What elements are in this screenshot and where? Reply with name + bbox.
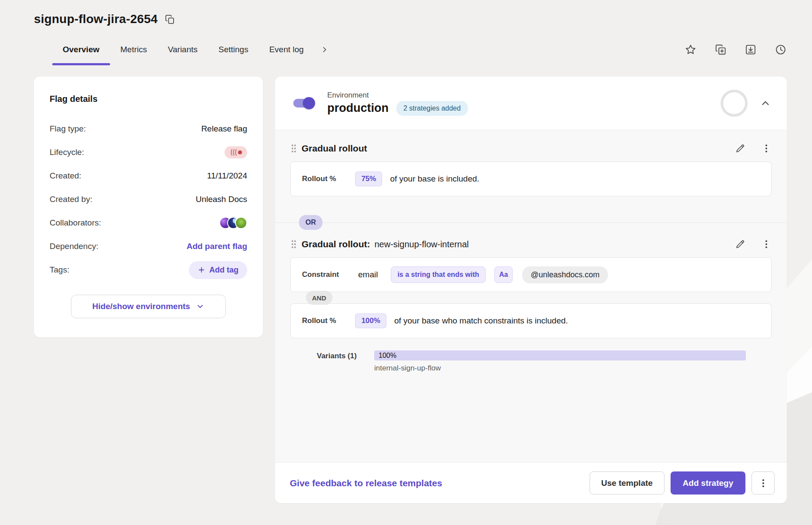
- kebab-icon: [758, 478, 768, 488]
- strategy-gradual-rollout-internal: Gradual rollout: new-signup-flow-interna…: [275, 237, 787, 373]
- lifecycle-completed-badge[interactable]: [225, 146, 247, 158]
- toggle-knob: [303, 97, 315, 109]
- created-by-label: Created by:: [50, 195, 92, 204]
- use-template-button[interactable]: Use template: [590, 471, 664, 495]
- page-header: signup-flow-jira-2654: [34, 12, 787, 26]
- tags-row: Tags: Add tag: [50, 258, 247, 282]
- chevron-down-icon: [196, 302, 205, 311]
- page-title: signup-flow-jira-2654: [34, 12, 158, 26]
- edit-strategy-icon[interactable]: [735, 143, 745, 154]
- tab-label: Variants: [168, 45, 198, 54]
- release-templates-feedback-link[interactable]: Give feedback to release templates: [290, 478, 442, 488]
- constraint-box: Constraint email is a string that ends w…: [290, 257, 772, 292]
- metrics-ring: [721, 90, 748, 117]
- strategy-title: Gradual rollout: [302, 143, 367, 154]
- plus-icon: [198, 266, 205, 274]
- rollout-description: of your base is included.: [390, 174, 479, 184]
- strategy-menu-kebab-icon[interactable]: [761, 143, 772, 154]
- rollout-label: Rollout %: [302, 316, 336, 325]
- flag-type-label: Flag type:: [50, 124, 86, 134]
- footer-actions: Use template Add strategy: [590, 471, 775, 495]
- tab-bar: Overview Metrics Variants Settings Event…: [52, 34, 329, 65]
- chevron-up-icon: [760, 98, 771, 109]
- rollout-box: Rollout % 75% of your base is included.: [290, 162, 772, 196]
- rollout-label: Rollout %: [302, 175, 336, 183]
- collaborator-avatar: [235, 217, 247, 229]
- created-value: 11/11/2024: [207, 171, 247, 181]
- archive-icon[interactable]: [745, 44, 757, 56]
- flag-type-row: Flag type: Release flag: [50, 117, 247, 141]
- variants-label: Variants (1): [317, 350, 374, 373]
- tabs-overflow-chevron-icon[interactable]: [320, 45, 329, 54]
- strategy-subtitle: new-signup-flow-internal: [375, 239, 469, 249]
- environment-title-block: Environment production 2 strategies adde…: [327, 91, 468, 116]
- constraint-field: email: [358, 270, 378, 279]
- tab-variants[interactable]: Variants: [158, 34, 208, 65]
- hide-show-environments-button[interactable]: Hide/show environments: [71, 295, 226, 318]
- rollout-box: Rollout % 100% of your base who match co…: [290, 303, 772, 338]
- edit-strategy-icon[interactable]: [735, 239, 745, 249]
- dependency-label: Dependency:: [50, 242, 98, 251]
- constraint-operator-badge: is a string that ends with: [391, 266, 486, 283]
- tab-metrics[interactable]: Metrics: [110, 34, 158, 65]
- tab-overview[interactable]: Overview: [52, 34, 110, 65]
- environment-footer: Give feedback to release templates Use t…: [275, 462, 787, 503]
- environment-card: Environment production 2 strategies adde…: [275, 77, 787, 503]
- variants-row: Variants (1) 100% internal-sign-up-flow: [290, 350, 772, 373]
- dependency-row: Dependency: Add parent flag: [50, 235, 247, 258]
- variant-percent: 100%: [379, 352, 396, 360]
- environment-header-actions: [721, 90, 771, 117]
- rollout-description: of your base who match constraints is in…: [394, 316, 568, 326]
- copy-flag-icon[interactable]: [715, 44, 727, 56]
- lifecycle-icon: [229, 148, 243, 157]
- environment-toggle[interactable]: [292, 97, 315, 110]
- add-parent-flag-link[interactable]: Add parent flag: [187, 242, 247, 251]
- add-tag-label: Add tag: [209, 266, 238, 275]
- favorite-star-icon[interactable]: [684, 44, 697, 56]
- and-badge: AND: [306, 291, 332, 305]
- tab-label: Settings: [218, 45, 248, 54]
- collapse-environment-button[interactable]: [760, 98, 771, 109]
- flag-type-value: Release flag: [201, 124, 247, 134]
- variant-name: internal-sign-up-flow: [374, 364, 746, 373]
- add-strategy-button[interactable]: Add strategy: [671, 471, 745, 495]
- drag-handle-icon[interactable]: [290, 144, 297, 153]
- strategy-gradual-rollout: Gradual rollout Rollout % 75%: [275, 141, 787, 196]
- created-label: Created:: [50, 171, 81, 181]
- environment-name: production: [327, 101, 389, 115]
- strategies-list: Gradual rollout Rollout % 75%: [275, 130, 787, 462]
- tab-label: Metrics: [121, 45, 147, 54]
- tab-label: Event log: [269, 45, 304, 54]
- created-by-row: Created by: Unleash Docs: [50, 188, 247, 211]
- add-tag-button[interactable]: Add tag: [189, 261, 247, 279]
- flag-overview-page: signup-flow-jira-2654 Overview Metrics V…: [0, 0, 812, 503]
- environment-menu-kebab-button[interactable]: [752, 471, 775, 495]
- history-clock-icon[interactable]: [775, 44, 787, 56]
- tab-settings[interactable]: Settings: [208, 34, 259, 65]
- collaborators-label: Collaborators:: [50, 218, 101, 228]
- strategy-menu-kebab-icon[interactable]: [761, 239, 772, 249]
- hide-show-environments-label: Hide/show environments: [92, 302, 190, 311]
- tab-event-log[interactable]: Event log: [259, 34, 314, 65]
- copy-flag-name-icon[interactable]: [164, 14, 175, 25]
- lifecycle-label: Lifecycle:: [50, 148, 84, 157]
- or-badge: OR: [299, 215, 322, 230]
- tab-label: Overview: [63, 45, 100, 54]
- case-sensitivity-badge: Aa: [494, 266, 513, 283]
- environment-header: Environment production 2 strategies adde…: [275, 77, 787, 130]
- rollout-percentage-badge: 100%: [355, 313, 386, 328]
- variant-distribution-bar: 100%: [374, 350, 746, 360]
- header-actions: [684, 44, 787, 56]
- environment-label: Environment: [327, 91, 468, 100]
- flag-details-heading: Flag details: [50, 94, 247, 104]
- strategy-header: Gradual rollout: new-signup-flow-interna…: [290, 237, 772, 257]
- collaborator-avatars: [219, 217, 247, 229]
- strategy-title: Gradual rollout:: [302, 239, 370, 249]
- constraint-value-pill: @unleashdocs.com: [522, 266, 607, 283]
- lifecycle-row: Lifecycle:: [50, 141, 247, 164]
- main-content: Flag details Flag type: Release flag Lif…: [34, 77, 787, 503]
- tags-label: Tags:: [50, 265, 69, 275]
- created-row: Created: 11/11/2024: [50, 164, 247, 188]
- drag-handle-icon[interactable]: [290, 239, 297, 249]
- constraint-stack: Constraint email is a string that ends w…: [290, 257, 772, 338]
